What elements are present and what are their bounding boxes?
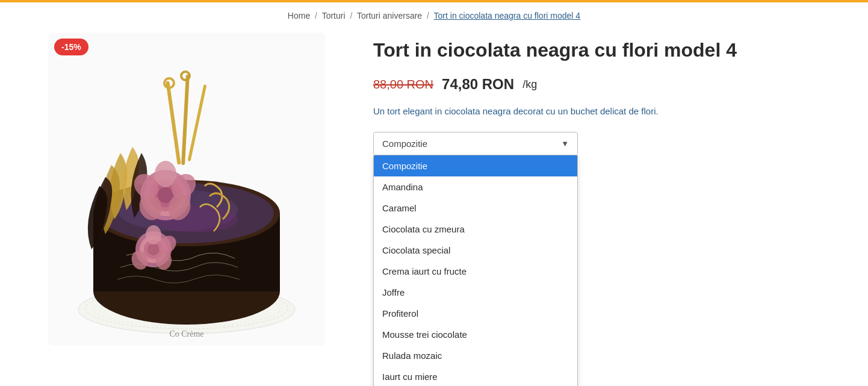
dropdown-option-joffre[interactable]: Joffre — [374, 282, 577, 303]
product-title: Tort in ciocolata neagra cu flori model … — [373, 39, 820, 61]
chevron-down-icon: ▼ — [561, 139, 569, 148]
composition-dropdown-label: Compozitie — [382, 139, 427, 149]
price-current: 74,80 RON — [442, 76, 514, 93]
composition-dropdown-list: Compozitie Amandina Caramel Ciocolata cu… — [373, 155, 578, 386]
breadcrumb: Home / Torturi / Torturi aniversare / To… — [0, 2, 868, 26]
dropdown-option-mousse[interactable]: Mousse trei ciocolate — [374, 324, 577, 345]
svg-point-31 — [156, 251, 172, 270]
product-desc-link[interactable]: delicat de flori — [600, 106, 656, 116]
composition-dropdown-trigger[interactable]: Compozitie ▼ — [373, 132, 578, 155]
product-desc-before: Un tort elegant in ciocolata neagra deco… — [373, 106, 600, 116]
discount-badge: -15% — [54, 39, 88, 55]
product-description: Un tort elegant in ciocolata neagra deco… — [373, 105, 820, 119]
svg-point-28 — [147, 243, 160, 255]
product-image: Co Crème — [48, 33, 325, 346]
dropdown-option-crema-iaurt[interactable]: Crema iaurt cu fructe — [374, 261, 577, 282]
main-layout: -15% — [0, 33, 868, 346]
dropdown-option-iaurt-miere[interactable]: Iaurt cu miere — [374, 366, 577, 386]
svg-text:Co Crème: Co Crème — [169, 329, 203, 338]
breadcrumb-sep-3: / — [427, 11, 429, 20]
dropdown-option-caramel[interactable]: Caramel — [374, 198, 577, 219]
composition-dropdown-wrapper: Compozitie ▼ Compozitie Amandina Caramel… — [373, 132, 578, 155]
breadcrumb-sep-1: / — [315, 11, 317, 20]
dropdown-option-ciocolata-zmeura[interactable]: Ciocolata cu zmeura — [374, 219, 577, 240]
breadcrumb-torturi-aniversare[interactable]: Torturi aniversare — [357, 11, 422, 20]
breadcrumb-sep-2: / — [350, 11, 352, 20]
price-row: 88,00 RON 74,80 RON /kg — [373, 76, 820, 93]
dropdown-option-ciocolata-special[interactable]: Ciocolata special — [374, 240, 577, 261]
svg-point-29 — [146, 225, 161, 244]
dropdown-option-rulada[interactable]: Rulada mozaic — [374, 345, 577, 366]
breadcrumb-current[interactable]: Tort in ciocolata neagra cu flori model … — [434, 11, 581, 20]
price-original: 88,00 RON — [373, 78, 433, 92]
breadcrumb-torturi[interactable]: Torturi — [322, 11, 346, 20]
product-image-area: -15% — [48, 33, 349, 346]
dropdown-option-profiterol[interactable]: Profiterol — [374, 303, 577, 324]
product-info: Tort in ciocolata neagra cu flori model … — [373, 33, 820, 345]
breadcrumb-home[interactable]: Home — [288, 11, 310, 20]
price-unit: /kg — [522, 78, 537, 91]
dropdown-option-amandina[interactable]: Amandina — [374, 176, 577, 198]
dropdown-option-compozitie[interactable]: Compozitie — [374, 155, 577, 176]
product-desc-after: . — [656, 106, 658, 116]
